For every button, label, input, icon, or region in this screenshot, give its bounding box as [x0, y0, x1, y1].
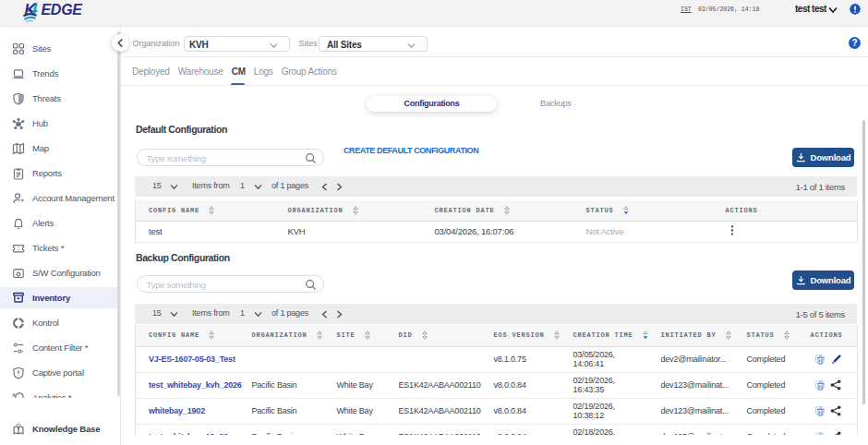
- svg-text:EDGE: EDGE: [42, 2, 84, 18]
- svg-text:A: A: [12, 391, 16, 397]
